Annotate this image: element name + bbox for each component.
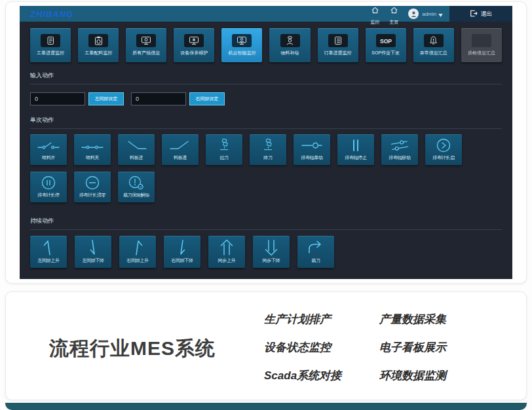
nav-home-label: 主页 <box>389 19 398 26</box>
pause-icon <box>349 138 362 153</box>
username-label: admin <box>422 11 436 17</box>
logout-button[interactable]: 退出 <box>449 6 512 22</box>
double-down-icon <box>263 240 280 255</box>
feature-item: 环境数据监测 <box>379 368 446 383</box>
tile-label: 机台智能监控 <box>228 50 256 56</box>
single-tile-plate-back[interactable]: 料板退 <box>162 134 199 165</box>
single-actions-row-1: 喂料开 喂料关 料板进 料板退 抬刀 <box>30 134 502 165</box>
tile-label: 排布辊停止 <box>345 155 367 161</box>
top-tile-equipment-maintenance[interactable]: 设备保养维护 <box>174 28 214 62</box>
tile-label: 喂料开 <box>42 155 55 161</box>
cont-tile-sync-down[interactable]: 同步下降 <box>253 236 290 268</box>
cont-tile-sync-up[interactable]: 同步上升 <box>208 236 245 268</box>
top-tile-material-supply[interactable]: 物料补给 <box>269 28 310 62</box>
left-gap-input[interactable] <box>30 92 85 105</box>
top-tile-order-progress[interactable]: 订单进度监控 <box>318 28 358 62</box>
minus-circle-icon <box>85 176 100 190</box>
single-tile-feed-on[interactable]: 喂料开 <box>30 134 67 165</box>
tile-label: 料板进 <box>130 155 143 161</box>
knife-up-icon <box>218 138 230 153</box>
tile-label: SOP作业下发 <box>371 50 400 56</box>
feature-list: 生产计划排产 产量数据采集 设备状态监控 电子看板展示 Scada系统对接 环境… <box>264 305 446 390</box>
person-headset-icon <box>280 34 300 47</box>
tile-label: 工单配料监控 <box>85 50 112 56</box>
promo-card: 流程行业MES系统 生产计划排产 产量数据采集 设备状态监控 电子看板展示 Sc… <box>5 291 527 400</box>
top-tile-work-order-progress[interactable]: 工单进度监控 <box>30 28 71 62</box>
tile-label: 左间隙下降 <box>82 257 104 264</box>
tile-label: 排布辊单动 <box>301 155 323 161</box>
tile-label: 料板退 <box>174 155 187 161</box>
tile-label: 排布辊联动 <box>389 155 411 161</box>
monitor-gear-icon <box>184 34 204 47</box>
play-circle-icon <box>436 138 451 153</box>
clipboard-list-icon <box>328 34 348 47</box>
switch-closed-icon <box>81 138 104 153</box>
single-tile-roller-linkage[interactable]: 排布辊联动 <box>381 134 418 165</box>
tile-label: 裁刀保险解除 <box>123 192 149 198</box>
right-gap-input[interactable] <box>131 92 186 105</box>
left-gap-set-button[interactable]: 左间隙设定 <box>88 92 124 105</box>
single-tile-cutter-safety-release[interactable]: 裁刀保险解除 <box>118 172 155 202</box>
top-tile-exception-summary[interactable]: 异常信息汇总 <box>413 28 454 62</box>
top-tile-work-order-batching[interactable]: 工单配料监控 <box>78 28 119 62</box>
angle-forward-icon <box>126 138 147 153</box>
top-tile-all-lines-info[interactable]: 所有产线信息 <box>126 28 166 62</box>
cont-tile-right-gap-up[interactable]: 右间隙上升 <box>119 236 156 268</box>
top-tile-machine-monitor-active[interactable]: 机台智能监控 <box>221 28 262 62</box>
arrow-down-left-icon <box>85 240 102 255</box>
clipboard-box-icon <box>88 34 108 47</box>
arrow-up-left-icon <box>40 240 57 255</box>
single-tile-knife-down[interactable]: 降刀 <box>250 134 286 165</box>
zhibang-logo: ZHIBANG <box>30 9 73 19</box>
feature-item: 设备状态监控 <box>264 340 379 355</box>
tile-label: 物料补给 <box>281 50 299 56</box>
nav-item-home[interactable]: 主页 <box>389 6 398 26</box>
cont-tile-cutter[interactable]: 裁刀 <box>297 236 334 268</box>
single-tile-feed-off[interactable]: 喂料关 <box>74 134 111 165</box>
single-tile-roller-stop[interactable]: 排布辊停止 <box>337 134 374 165</box>
document-icon <box>41 34 60 47</box>
right-gap-set-button[interactable]: 右间隙设定 <box>189 92 225 105</box>
tile-label: 工单进度监控 <box>37 50 64 56</box>
single-tile-length-count-stop[interactable]: 排布计长停 <box>30 172 67 202</box>
single-tile-length-count-reset[interactable]: 排布计长清零 <box>74 172 111 202</box>
tile-label: 排布计长清零 <box>79 192 105 198</box>
top-tile-quality-summary[interactable]: 质检信息汇总 <box>461 28 502 62</box>
cont-tile-right-gap-down[interactable]: 右间隙下降 <box>164 236 200 268</box>
double-up-icon <box>218 240 235 255</box>
arrow-up-right-icon <box>129 240 146 255</box>
nav-item-monitor[interactable]: 监控 <box>370 6 379 26</box>
tile-label: 抬刀 <box>219 155 228 161</box>
tile-label: 左间隙上升 <box>37 257 60 264</box>
right-gap-group: 右间隙设定 <box>131 92 225 105</box>
single-tile-length-count-start[interactable]: 排布计长启 <box>425 134 462 165</box>
blank-icon <box>472 34 491 47</box>
cont-tile-left-gap-down[interactable]: 左间隙下降 <box>75 236 111 268</box>
tile-label: 喂料关 <box>86 155 99 161</box>
pause-circle-icon <box>41 176 56 190</box>
roller-single-icon <box>301 138 323 153</box>
single-tile-roller-single[interactable]: 排布辊单动 <box>294 134 330 165</box>
chevron-down-icon <box>438 8 443 20</box>
tile-label: 同步上升 <box>218 257 236 264</box>
single-actions-row-2: 排布计长停 排布计长清零 裁刀保险解除 <box>30 172 502 202</box>
section-title-input-actions: 输入动作 <box>30 71 502 84</box>
sop-icon: SOP <box>376 34 396 47</box>
top-tile-sop-dispatch[interactable]: SOP SOP作业下发 <box>366 28 406 62</box>
tile-label: 设备保养维护 <box>180 50 208 56</box>
left-gap-group: 左间隙设定 <box>30 92 124 105</box>
monitor-info-icon <box>136 34 156 47</box>
continuous-actions-row: 左间隙上升 左间隙下降 右间隙上升 右间隙下降 同步上升 <box>30 236 502 268</box>
user-menu[interactable]: admin <box>408 8 443 20</box>
single-tile-plate-forward[interactable]: 料板进 <box>118 134 155 165</box>
promo-title: 流程行业MES系统 <box>49 335 216 362</box>
mes-app-window: ZHIBANG 监控 主页 admin 退出 <box>20 6 512 279</box>
tile-label: 所有产线信息 <box>132 50 160 56</box>
app-header: ZHIBANG 监控 主页 admin 退出 <box>20 6 512 22</box>
monitor-camera-icon <box>232 34 252 47</box>
single-tile-knife-up[interactable]: 抬刀 <box>206 134 242 165</box>
cont-tile-left-gap-up[interactable]: 左间隙上升 <box>30 236 67 268</box>
feature-item: 生产计划排产 <box>264 312 379 327</box>
feature-item: Scada系统对接 <box>264 368 379 383</box>
linkage-icon <box>390 138 409 153</box>
